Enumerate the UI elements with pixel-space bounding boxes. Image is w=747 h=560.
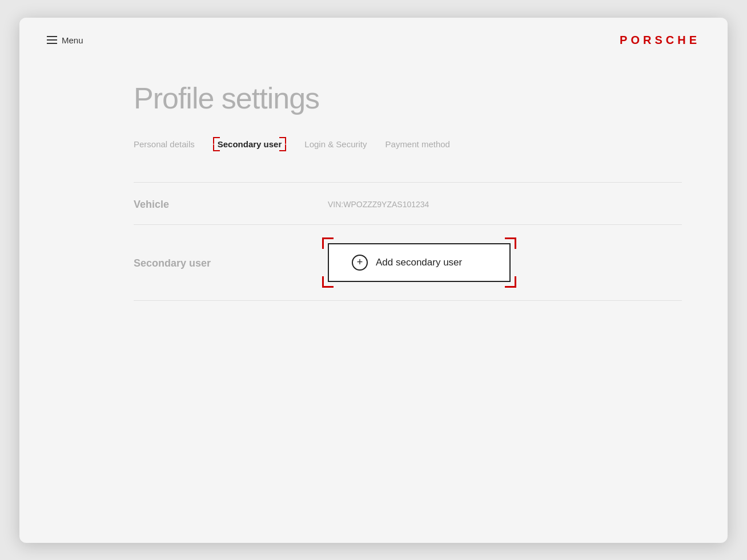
secondary-user-section: Secondary user + Add secondary user	[134, 225, 682, 301]
header: Menu PORSCHE	[19, 18, 728, 58]
add-secondary-user-button[interactable]: + Add secondary user	[328, 243, 511, 282]
tab-payment-method[interactable]: Payment method	[385, 136, 450, 152]
corner-top-left	[213, 137, 220, 144]
porsche-logo: PORSCHE	[620, 34, 700, 47]
add-secondary-user-label: Add secondary user	[376, 257, 462, 268]
tabs-nav: Personal details Secondary user Login & …	[134, 134, 682, 155]
tab-login-security[interactable]: Login & Security	[304, 136, 367, 152]
corner-bottom-left	[213, 144, 220, 151]
corner-top-right	[279, 137, 286, 144]
browser-window: Menu PORSCHE Profile settings Personal d…	[19, 18, 728, 543]
tab-secondary-user[interactable]: Secondary user	[213, 134, 287, 155]
vehicle-section: Vehicle VIN:WPOZZZ9YZAS101234	[134, 182, 682, 225]
secondary-user-label: Secondary user	[134, 255, 328, 269]
active-tab-highlight: Secondary user	[213, 137, 287, 151]
vehicle-label: Vehicle	[134, 196, 328, 211]
menu-button[interactable]: Menu	[47, 35, 83, 45]
bracket-top-left	[322, 237, 334, 249]
add-secondary-user-container: + Add secondary user	[328, 243, 511, 282]
corner-bottom-right	[279, 144, 286, 151]
tab-personal-details[interactable]: Personal details	[134, 136, 195, 152]
page-title: Profile settings	[134, 81, 682, 115]
vehicle-vin: VIN:WPOZZZ9YZAS101234	[328, 196, 429, 209]
bracket-top-right	[505, 237, 516, 249]
plus-circle-icon: +	[352, 255, 368, 271]
bracket-bottom-left	[322, 276, 334, 288]
main-content: Profile settings Personal details Second…	[19, 58, 728, 335]
hamburger-icon	[47, 36, 57, 44]
menu-label: Menu	[62, 35, 83, 45]
bracket-bottom-right	[505, 276, 516, 288]
